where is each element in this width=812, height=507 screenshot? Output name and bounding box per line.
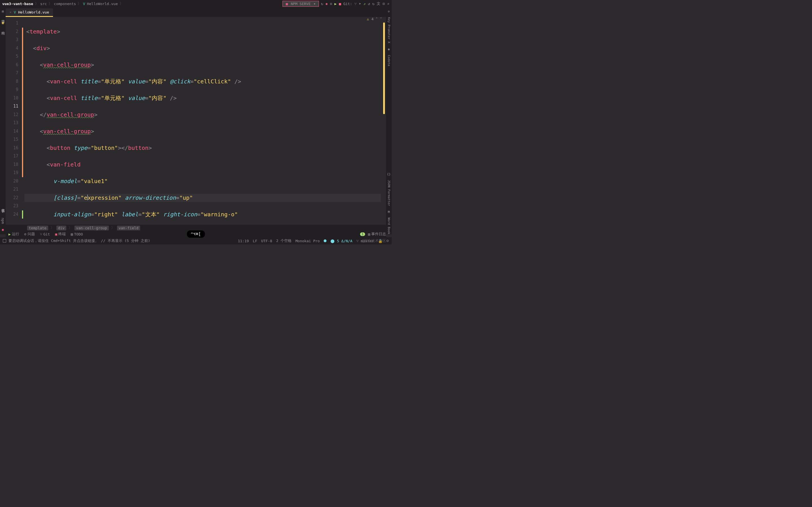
- star-icon[interactable]: ★: [2, 210, 4, 214]
- code-editor[interactable]: ⚠ 4 ˄ ˅ 1 2 3 4 5 6 7 8 9 10 11 12 13 14…: [6, 17, 386, 225]
- change-markers: [21, 17, 24, 225]
- file-encoding[interactable]: UTF-8: [261, 239, 272, 243]
- line-number: 13: [6, 119, 18, 127]
- line-number: 1: [6, 19, 18, 27]
- sidebar-tab-wordbook[interactable]: Word Book: [387, 217, 391, 234]
- search-in-icon[interactable]: ⊡: [383, 2, 385, 6]
- terminal-icon: ▣: [55, 232, 57, 236]
- watermark: @掘金技术社区: [362, 238, 386, 243]
- tool-todo[interactable]: ▤TODO: [71, 232, 83, 236]
- sidebar-tab-key-promoter[interactable]: Key Promoter X: [387, 17, 391, 43]
- breadcrumbs: vue3-vant-base 〉 src 〉 components 〉 V He…: [2, 1, 123, 6]
- book-icon[interactable]: ▤: [388, 210, 390, 214]
- scroll-thumb[interactable]: [383, 22, 385, 114]
- chevron-right-icon: 〉: [119, 1, 123, 6]
- line-separator[interactable]: LF: [253, 239, 257, 243]
- line-number: 17: [6, 152, 18, 161]
- path-div[interactable]: div: [56, 226, 66, 230]
- codota-icon[interactable]: ◉: [388, 47, 390, 51]
- tool-event-log[interactable]: ▤事件日志: [368, 231, 386, 237]
- chevron-right-icon: 〉: [78, 1, 81, 6]
- git-label: Git:: [343, 2, 352, 6]
- json-icon[interactable]: {}: [387, 172, 391, 176]
- indent-setting[interactable]: 2 个空格: [276, 238, 292, 243]
- chevron-right-icon: 〉: [35, 1, 39, 6]
- breadcrumb-file[interactable]: HelloWorld.vue: [87, 2, 118, 6]
- commit-icon[interactable]: ➤: [359, 2, 361, 6]
- line-number: 4: [6, 44, 18, 53]
- line-number: 14: [6, 127, 18, 136]
- line-number-gutter: 1 2 3 4 5 6 7 8 9 10 11 12 13 14 15 16 1…: [6, 17, 21, 225]
- breadcrumb-src[interactable]: src: [40, 2, 47, 6]
- line-number: 11: [6, 102, 18, 111]
- npm-icon: ▣: [286, 2, 288, 6]
- chevron-right-icon: 〉: [111, 225, 115, 230]
- left-tool-panel: ▤ 项目 ▦ 结构 收藏夹 ★ npm ▣: [0, 7, 6, 234]
- run-config-selector[interactable]: ▣ NPM SERVE ▾: [283, 1, 319, 7]
- path-cell-group[interactable]: van-cell-group: [74, 226, 109, 230]
- vue-file-icon: V: [83, 2, 85, 6]
- translate-icon[interactable]: 文: [377, 1, 380, 6]
- sidebar-tab-json[interactable]: JSON Formatter: [387, 180, 391, 206]
- run-config-label: NPM SERVE: [291, 2, 310, 6]
- tool-window-icon[interactable]: [3, 239, 6, 242]
- event-log-icon: ▤: [368, 232, 370, 236]
- dropdown-icon: ▾: [313, 2, 316, 6]
- sidebar-tab-codota[interactable]: Codota: [387, 55, 391, 66]
- tool-terminal[interactable]: ▣终端: [55, 231, 66, 237]
- stop-icon[interactable]: ■: [339, 2, 341, 6]
- line-number: 21: [6, 185, 18, 194]
- line-number: 16: [6, 144, 18, 152]
- problems-icon: ⊘: [24, 232, 27, 236]
- line-number: 20: [6, 177, 18, 186]
- line-number: 6: [6, 61, 18, 69]
- tool-run[interactable]: ▶运行: [8, 231, 19, 237]
- tool-problems[interactable]: ⊘问题: [24, 231, 35, 237]
- line-number: 12: [6, 111, 18, 119]
- tab-filename: HelloWorld.vue: [18, 10, 49, 14]
- search-icon[interactable]: ⌕: [387, 2, 389, 6]
- memory-indicator-icon[interactable]: ☺: [387, 238, 389, 243]
- breadcrumb-components[interactable]: components: [54, 2, 76, 6]
- path-template[interactable]: template: [27, 226, 48, 230]
- right-tool-panel: ⊙ Key Promoter X ◉ Codota {} JSON Format…: [386, 7, 392, 234]
- color-scheme[interactable]: Monokai Pro: [296, 239, 320, 243]
- line-number: 2: [6, 27, 18, 36]
- line-number: 24: [6, 210, 18, 219]
- code-path-breadcrumb: template 〉 div 〉 van-cell-group 〉 van-fi…: [6, 225, 386, 231]
- push-icon[interactable]: ⇗: [363, 2, 366, 6]
- sidebar-tab-npm[interactable]: npm: [1, 218, 5, 224]
- npm-icon[interactable]: ▣: [2, 228, 4, 231]
- project-icon[interactable]: ▤: [2, 10, 4, 13]
- debug-hint: 要启动调试会话，请按住 Cmd+Shift 并点击该链接。: [8, 238, 99, 243]
- breadcrumb-project[interactable]: vue3-vant-base: [2, 2, 33, 6]
- file-tab-helloworld[interactable]: × V HelloWorld.vue: [6, 8, 53, 17]
- vue-file-icon: V: [14, 10, 16, 14]
- run-icon[interactable]: ▶: [335, 2, 337, 6]
- scrollbar[interactable]: [382, 22, 385, 214]
- tool-git[interactable]: ⑂Git: [40, 232, 50, 236]
- cursor-position[interactable]: 11:19: [238, 239, 249, 243]
- toolbar-right: ▣ NPM SERVE ▾ ↻ ✱ ⊙ ▶ ■ Git: ⑂ ➤ ⇗ ↺ ↻ 文…: [283, 1, 389, 7]
- delta-indicator[interactable]: ⬤ 5 Δ/N/A: [331, 239, 352, 243]
- reload-icon[interactable]: ↻: [321, 2, 323, 6]
- bug-icon[interactable]: ✱: [325, 2, 327, 6]
- key-promoter-icon[interactable]: ⊙: [388, 10, 390, 13]
- line-number: 5: [6, 52, 18, 61]
- close-icon[interactable]: ×: [10, 10, 11, 14]
- line-number: 19: [6, 169, 18, 177]
- branch-icon[interactable]: ⑂: [354, 2, 357, 6]
- line-number: 15: [6, 135, 18, 144]
- history-icon[interactable]: ↺: [368, 2, 370, 6]
- line-number: 10: [6, 94, 18, 103]
- structure-icon[interactable]: ▦: [2, 21, 4, 25]
- coverage-icon[interactable]: ⊙: [330, 2, 332, 6]
- path-field[interactable]: van-field: [117, 226, 140, 230]
- line-number: 7: [6, 69, 18, 77]
- no-show-link[interactable]: // 不再显示 (5 分钟 之前): [101, 238, 150, 243]
- run-icon: ▶: [8, 232, 11, 236]
- status-bar: 要启动调试会话，请按住 Cmd+Shift 并点击该链接。 // 不再显示 (5…: [0, 237, 392, 244]
- code-content[interactable]: <template> <div> <van-cell-group> <van-c…: [24, 17, 386, 225]
- status-dot-icon: [324, 239, 326, 242]
- rollback-icon[interactable]: ↻: [372, 2, 375, 6]
